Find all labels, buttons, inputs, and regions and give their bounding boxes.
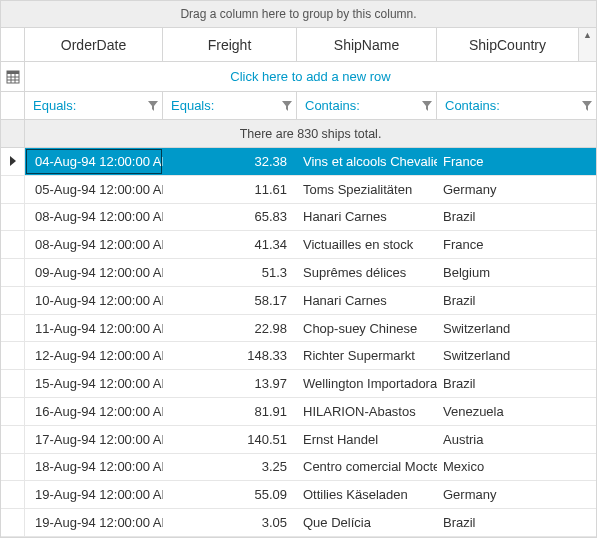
table-row[interactable]: 16-Aug-94 12:00:00 AM81.91HILARION-Abast…: [1, 398, 596, 426]
filter-icon[interactable]: [282, 101, 292, 111]
cell-shipname[interactable]: Hanari Carnes: [297, 204, 437, 231]
cell-shipcountry[interactable]: Switzerland: [437, 342, 596, 369]
table-row[interactable]: 11-Aug-94 12:00:00 AM22.98Chop-suey Chin…: [1, 315, 596, 343]
cell-shipname[interactable]: Richter Supermarkt: [297, 342, 437, 369]
cell-freight[interactable]: 51.3: [163, 259, 297, 286]
cell-orderdate[interactable]: 10-Aug-94 12:00:00 AM: [25, 287, 163, 314]
filter-row-indicator: [1, 92, 25, 119]
column-header-shipcountry[interactable]: ShipCountry: [437, 28, 578, 61]
cell-orderdate[interactable]: 11-Aug-94 12:00:00 AM: [25, 315, 163, 342]
cell-freight[interactable]: 65.83: [163, 204, 297, 231]
table-row[interactable]: 04-Aug-94 12:00:00 AM32.38Vins et alcool…: [1, 148, 596, 176]
table-row[interactable]: 18-Aug-94 12:00:00 AM3.25Centro comercia…: [1, 454, 596, 482]
row-indicator: [1, 176, 25, 203]
filter-cell-shipname[interactable]: Contains:: [297, 92, 437, 119]
cell-freight[interactable]: 3.05: [163, 509, 297, 536]
cell-shipcountry[interactable]: Belgium: [437, 259, 596, 286]
cell-freight[interactable]: 3.25: [163, 454, 297, 481]
cell-freight[interactable]: 81.91: [163, 398, 297, 425]
cell-orderdate[interactable]: 09-Aug-94 12:00:00 AM: [25, 259, 163, 286]
current-row-icon: [10, 156, 16, 166]
cell-freight[interactable]: 148.33: [163, 342, 297, 369]
filter-icon[interactable]: [422, 101, 432, 111]
filter-icon[interactable]: [582, 101, 592, 111]
cell-freight[interactable]: 55.09: [163, 481, 297, 508]
cell-shipcountry[interactable]: Mexico: [437, 454, 596, 481]
cell-shipname[interactable]: Suprêmes délices: [297, 259, 437, 286]
cell-orderdate[interactable]: 12-Aug-94 12:00:00 AM: [25, 342, 163, 369]
table-row[interactable]: 12-Aug-94 12:00:00 AM148.33Richter Super…: [1, 342, 596, 370]
cell-orderdate[interactable]: 05-Aug-94 12:00:00 AM: [25, 176, 163, 203]
cell-freight[interactable]: 11.61: [163, 176, 297, 203]
cell-shipname[interactable]: Victuailles en stock: [297, 231, 437, 258]
cell-freight[interactable]: 58.17: [163, 287, 297, 314]
scroll-up-button[interactable]: ▲: [578, 28, 596, 61]
group-by-panel[interactable]: Drag a column here to group by this colu…: [1, 1, 596, 28]
filter-cell-freight[interactable]: Equals:: [163, 92, 297, 119]
row-indicator: [1, 148, 25, 175]
cell-shipcountry[interactable]: France: [437, 148, 596, 175]
cell-shipname[interactable]: Centro comercial Mocte...: [297, 454, 437, 481]
column-header-orderdate[interactable]: OrderDate: [25, 28, 163, 61]
cell-shipcountry[interactable]: Germany: [437, 481, 596, 508]
cell-freight[interactable]: 13.97: [163, 370, 297, 397]
filter-row: Equals: Equals: Contains: Contains:: [1, 92, 596, 120]
cell-shipcountry[interactable]: Germany: [437, 176, 596, 203]
table-row[interactable]: 19-Aug-94 12:00:00 AM55.09Ottilies Käsel…: [1, 481, 596, 509]
cell-shipname[interactable]: Ernst Handel: [297, 426, 437, 453]
cell-shipcountry[interactable]: Brazil: [437, 370, 596, 397]
table-row[interactable]: 05-Aug-94 12:00:00 AM11.61Toms Spezialit…: [1, 176, 596, 204]
cell-orderdate[interactable]: 17-Aug-94 12:00:00 AM: [25, 426, 163, 453]
cell-shipname[interactable]: Wellington Importadora: [297, 370, 437, 397]
cell-shipname[interactable]: Vins et alcools Chevalier: [297, 148, 437, 175]
cell-freight[interactable]: 41.34: [163, 231, 297, 258]
add-new-row-link[interactable]: Click here to add a new row: [25, 62, 596, 91]
cell-freight[interactable]: 32.38: [163, 148, 297, 175]
filter-icon[interactable]: [148, 101, 158, 111]
table-row[interactable]: 19-Aug-94 12:00:00 AM3.05Que DelíciaBraz…: [1, 509, 596, 537]
filter-cell-shipcountry[interactable]: Contains:: [437, 92, 596, 119]
table-row[interactable]: 08-Aug-94 12:00:00 AM41.34Victuailles en…: [1, 231, 596, 259]
cell-orderdate[interactable]: 08-Aug-94 12:00:00 AM: [25, 204, 163, 231]
cell-shipname[interactable]: Que Delícia: [297, 509, 437, 536]
row-indicator: [1, 315, 25, 342]
cell-orderdate[interactable]: 19-Aug-94 12:00:00 AM: [25, 509, 163, 536]
row-indicator: [1, 426, 25, 453]
summary-indicator: [1, 120, 25, 147]
cell-shipcountry[interactable]: Austria: [437, 426, 596, 453]
cell-orderdate[interactable]: 18-Aug-94 12:00:00 AM: [25, 454, 163, 481]
cell-shipcountry[interactable]: Brazil: [437, 509, 596, 536]
table-row[interactable]: 10-Aug-94 12:00:00 AM58.17Hanari CarnesB…: [1, 287, 596, 315]
group-by-hint: Drag a column here to group by this colu…: [180, 7, 416, 21]
cell-orderdate[interactable]: 15-Aug-94 12:00:00 AM: [25, 370, 163, 397]
table-row[interactable]: 08-Aug-94 12:00:00 AM65.83Hanari CarnesB…: [1, 204, 596, 232]
add-row-indicator: [1, 62, 25, 91]
cell-freight[interactable]: 140.51: [163, 426, 297, 453]
column-header-shipname[interactable]: ShipName: [297, 28, 437, 61]
column-header-freight[interactable]: Freight: [163, 28, 297, 61]
cell-orderdate[interactable]: 08-Aug-94 12:00:00 AM: [25, 231, 163, 258]
cell-shipcountry[interactable]: Brazil: [437, 287, 596, 314]
cell-shipcountry[interactable]: Switzerland: [437, 315, 596, 342]
cell-shipname[interactable]: Chop-suey Chinese: [297, 315, 437, 342]
cell-orderdate[interactable]: 04-Aug-94 12:00:00 AM: [25, 148, 163, 175]
column-header-row: OrderDate Freight ShipName ShipCountry ▲: [1, 28, 596, 62]
cell-shipname[interactable]: Hanari Carnes: [297, 287, 437, 314]
cell-shipname[interactable]: Toms Spezialitäten: [297, 176, 437, 203]
table-row[interactable]: 15-Aug-94 12:00:00 AM13.97Wellington Imp…: [1, 370, 596, 398]
cell-orderdate[interactable]: 19-Aug-94 12:00:00 AM: [25, 481, 163, 508]
cell-shipcountry[interactable]: France: [437, 231, 596, 258]
table-row[interactable]: 09-Aug-94 12:00:00 AM51.3Suprêmes délice…: [1, 259, 596, 287]
cell-shipcountry[interactable]: Venezuela: [437, 398, 596, 425]
cell-shipname[interactable]: HILARION-Abastos: [297, 398, 437, 425]
cell-orderdate[interactable]: 16-Aug-94 12:00:00 AM: [25, 398, 163, 425]
filter-cell-orderdate[interactable]: Equals:: [25, 92, 163, 119]
cell-freight[interactable]: 22.98: [163, 315, 297, 342]
table-row[interactable]: 17-Aug-94 12:00:00 AM140.51Ernst HandelA…: [1, 426, 596, 454]
cell-shipcountry[interactable]: Brazil: [437, 204, 596, 231]
row-indicator: [1, 259, 25, 286]
cell-shipname[interactable]: Ottilies Käseladen: [297, 481, 437, 508]
row-indicator: [1, 231, 25, 258]
row-indicator-header: [1, 28, 25, 61]
add-new-row-bar: Click here to add a new row: [1, 62, 596, 92]
